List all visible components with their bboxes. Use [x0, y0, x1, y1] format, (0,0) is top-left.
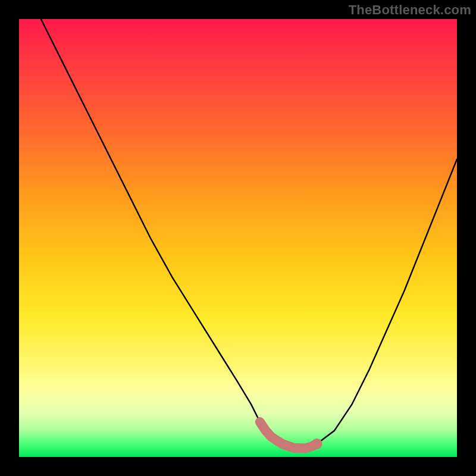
highlight-end-dot — [312, 439, 322, 449]
curve-svg — [19, 19, 457, 457]
watermark-text: TheBottleneck.com — [349, 2, 471, 18]
optimal-zone-marker — [260, 422, 317, 448]
plot-area — [19, 19, 457, 457]
bottleneck-curve — [41, 19, 457, 448]
